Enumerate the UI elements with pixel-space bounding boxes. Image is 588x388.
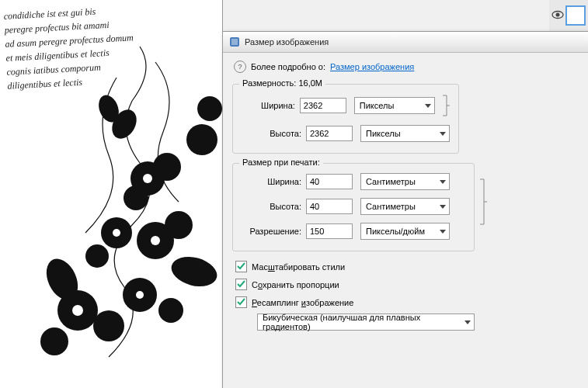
width-unit-select[interactable]: Пикселы — [354, 97, 435, 114]
svg-point-30 — [72, 305, 83, 316]
svg-point-22 — [197, 96, 222, 121]
svg-rect-35 — [231, 39, 238, 45]
chevron-down-icon — [440, 180, 446, 184]
svg-point-31 — [136, 291, 144, 299]
resample-check[interactable]: Ресамплинг изображение — [235, 296, 579, 308]
checkbox-icon — [235, 261, 247, 272]
resolution-unit[interactable]: Пикселы/дюйм — [360, 223, 450, 240]
print-legend: Размер при печати: — [239, 158, 323, 167]
scale-styles-check[interactable]: Масштабировать стили — [235, 261, 579, 272]
height-input[interactable] — [306, 126, 353, 141]
link-icon[interactable] — [478, 178, 488, 226]
info-link[interactable]: Размер изображения — [330, 62, 414, 71]
svg-point-28 — [113, 229, 120, 237]
svg-point-15 — [165, 211, 193, 239]
width-label: Ширина: — [241, 101, 300, 110]
chevron-down-icon — [440, 132, 446, 136]
chevron-down-icon — [440, 205, 446, 209]
svg-point-17 — [93, 310, 124, 341]
print-height-unit[interactable]: Сантиметры — [360, 198, 450, 215]
constrain-label: Сохранить пропорции — [252, 280, 339, 289]
chevron-down-icon — [440, 230, 446, 234]
constrain-check[interactable]: Сохранить пропорции — [235, 279, 579, 290]
print-size-group: Размер при печати: Ширина: Сантиметры Вы… — [232, 163, 475, 251]
info-row: ? Более подробно о: Размер изображения — [234, 61, 579, 73]
svg-point-27 — [143, 174, 152, 183]
svg-point-13 — [85, 244, 109, 268]
canvas-preview: condidiche ist est gui bis peregre profe… — [0, 0, 223, 388]
layer-thumb[interactable] — [565, 5, 586, 26]
chevron-down-icon — [464, 320, 471, 324]
print-width-label: Ширина: — [241, 177, 306, 186]
resolution-label: Разрешение: — [241, 227, 306, 236]
height-label: Высота: — [241, 129, 306, 138]
svg-point-29 — [151, 236, 160, 245]
chevron-down-icon — [425, 104, 431, 108]
dimensions-group: Размерность: 16,0M Ширина: Пикселы Высот… — [232, 84, 459, 154]
image-size-dialog: Размер изображения ? Более подробно о: Р… — [222, 31, 588, 388]
layers-strip — [549, 0, 588, 32]
svg-point-21 — [186, 124, 217, 155]
svg-point-10 — [153, 153, 181, 181]
width-input[interactable] — [300, 98, 346, 113]
checkbox-icon — [235, 296, 247, 308]
resample-label: Ресамплинг изображение — [252, 298, 353, 307]
link-icon[interactable] — [441, 94, 451, 117]
print-width-input[interactable] — [306, 174, 353, 189]
svg-point-33 — [556, 13, 560, 17]
titlebar: Размер изображения — [223, 32, 588, 53]
dimensions-legend: Размерность: 16,0M — [239, 78, 325, 88]
scale-styles-label: Масштабировать стили — [252, 262, 345, 272]
svg-point-11 — [124, 185, 148, 210]
checkbox-icon — [235, 279, 247, 290]
resolution-input[interactable] — [306, 223, 353, 239]
height-unit-select[interactable]: Пикселы — [360, 125, 450, 142]
print-height-label: Высота: — [241, 202, 306, 211]
dialog-title: Размер изображения — [245, 37, 329, 47]
info-prefix: Более подробно о: — [251, 62, 325, 71]
app-icon — [229, 36, 240, 47]
svg-point-20 — [158, 298, 183, 323]
print-height-input[interactable] — [306, 199, 353, 214]
resample-method-select[interactable]: Бикубическая (наилучшая для плавных град… — [257, 314, 475, 331]
svg-point-18 — [40, 327, 68, 355]
eye-icon[interactable] — [551, 9, 564, 23]
print-width-unit[interactable]: Сантиметры — [360, 173, 450, 190]
info-icon: ? — [234, 61, 246, 73]
